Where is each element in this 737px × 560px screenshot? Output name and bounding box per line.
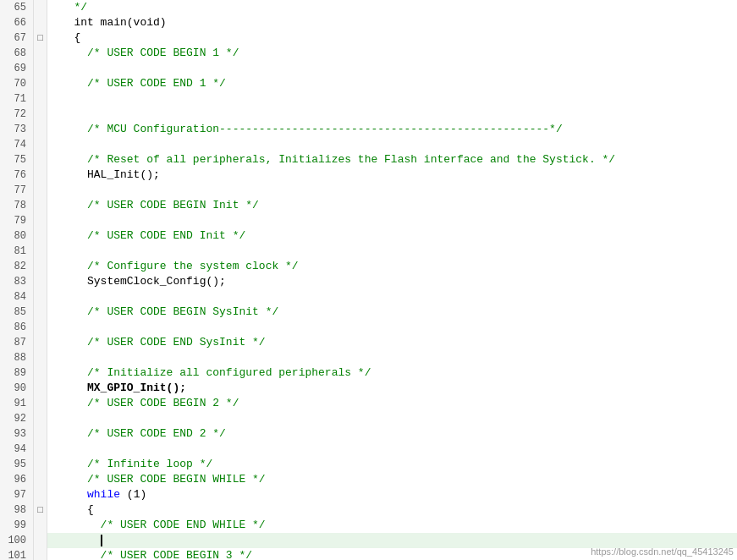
table-row: 66 int main(void) <box>0 15 737 30</box>
line-number: 85 <box>0 305 34 320</box>
line-content[interactable]: /* MCU Configuration--------------------… <box>47 122 737 137</box>
table-row: 80 /* USER CODE END Init */ <box>0 228 737 244</box>
line-gutter <box>34 198 47 213</box>
line-number: 79 <box>0 213 34 228</box>
line-content[interactable]: /* USER CODE BEGIN 2 */ <box>47 396 737 411</box>
line-gutter <box>34 320 47 335</box>
line-number: 78 <box>0 198 34 213</box>
line-content[interactable]: { <box>47 30 737 46</box>
line-number: 94 <box>0 442 34 457</box>
table-row: 75 /* Reset of all peripherals, Initiali… <box>0 152 737 167</box>
line-number: 67 <box>0 30 34 46</box>
line-content[interactable] <box>47 411 737 426</box>
line-content[interactable] <box>47 244 737 259</box>
table-row: 85 /* USER CODE BEGIN SysInit */ <box>0 305 737 320</box>
line-number: 66 <box>0 15 34 30</box>
line-number: 65 <box>0 0 34 15</box>
line-number: 71 <box>0 91 34 107</box>
table-row: 92 <box>0 411 737 426</box>
line-number: 100 <box>0 533 34 548</box>
table-row: 96 /* USER CODE BEGIN WHILE */ <box>0 472 737 487</box>
line-content[interactable] <box>47 350 737 365</box>
line-gutter <box>34 183 47 198</box>
table-row: 81 <box>0 244 737 259</box>
watermark: https://blog.csdn.net/qq_45413245 <box>591 546 734 557</box>
line-number: 75 <box>0 152 34 167</box>
line-content[interactable]: /* USER CODE BEGIN Init */ <box>47 198 737 213</box>
line-content[interactable]: /* USER CODE BEGIN SysInit */ <box>47 305 737 320</box>
line-gutter <box>34 76 47 91</box>
line-number: 86 <box>0 320 34 335</box>
line-content[interactable]: MX_GPIO_Init(); <box>47 381 737 396</box>
line-gutter <box>34 305 47 320</box>
table-row: 86 <box>0 320 737 335</box>
code-editor: 65 */66 int main(void)67□ {68 /* USER CO… <box>0 0 737 560</box>
line-gutter <box>34 442 47 457</box>
line-content[interactable] <box>47 183 737 198</box>
line-content[interactable]: /* USER CODE BEGIN WHILE */ <box>47 472 737 487</box>
table-row: 65 */ <box>0 0 737 15</box>
line-gutter <box>34 152 47 167</box>
line-content[interactable]: int main(void) <box>47 15 737 30</box>
line-number: 72 <box>0 107 34 122</box>
line-gutter: □ <box>34 502 47 518</box>
line-number: 81 <box>0 244 34 259</box>
line-content[interactable]: /* USER CODE END 1 */ <box>47 76 737 91</box>
line-content[interactable]: /* USER CODE END WHILE */ <box>47 518 737 533</box>
line-content[interactable]: SystemClock_Config(); <box>47 274 737 289</box>
line-content[interactable]: /* USER CODE END SysInit */ <box>47 335 737 350</box>
line-content[interactable] <box>47 442 737 457</box>
line-content[interactable] <box>47 107 737 122</box>
table-row: 90 MX_GPIO_Init(); <box>0 381 737 396</box>
line-number: 69 <box>0 61 34 76</box>
line-content[interactable] <box>47 91 737 107</box>
table-row: 68 /* USER CODE BEGIN 1 */ <box>0 46 737 61</box>
table-row: 99 /* USER CODE END WHILE */ <box>0 518 737 533</box>
line-content[interactable]: /* Reset of all peripherals, Initializes… <box>47 152 737 167</box>
line-number: 96 <box>0 472 34 487</box>
line-gutter <box>34 91 47 107</box>
line-content[interactable]: /* USER CODE BEGIN 1 */ <box>47 46 737 61</box>
line-number: 74 <box>0 137 34 152</box>
line-number: 70 <box>0 76 34 91</box>
table-row: 89 /* Initialize all configured peripher… <box>0 365 737 381</box>
line-gutter <box>34 167 47 183</box>
line-content[interactable]: /* Configure the system clock */ <box>47 259 737 274</box>
table-row: 79 <box>0 213 737 228</box>
line-number: 98 <box>0 502 34 518</box>
line-gutter <box>34 107 47 122</box>
table-row: 91 /* USER CODE BEGIN 2 */ <box>0 396 737 411</box>
line-content[interactable] <box>47 289 737 305</box>
line-gutter <box>34 457 47 472</box>
line-content[interactable]: */ <box>47 0 737 15</box>
line-gutter <box>34 259 47 274</box>
table-row: 98□ { <box>0 502 737 518</box>
line-gutter <box>34 274 47 289</box>
line-content[interactable] <box>47 61 737 76</box>
line-content[interactable] <box>47 213 737 228</box>
line-content[interactable]: /* USER CODE END 2 */ <box>47 426 737 442</box>
line-gutter <box>34 472 47 487</box>
line-number: 83 <box>0 274 34 289</box>
line-content[interactable]: HAL_Init(); <box>47 167 737 183</box>
line-content[interactable]: /* Initialize all configured peripherals… <box>47 365 737 381</box>
line-content[interactable] <box>47 320 737 335</box>
line-number: 76 <box>0 167 34 183</box>
table-row: 74 <box>0 137 737 152</box>
line-content[interactable] <box>47 137 737 152</box>
table-row: 70 /* USER CODE END 1 */ <box>0 76 737 91</box>
line-gutter <box>34 365 47 381</box>
line-gutter <box>34 137 47 152</box>
line-content[interactable]: { <box>47 502 737 518</box>
table-row: 95 /* Infinite loop */ <box>0 457 737 472</box>
line-gutter <box>34 396 47 411</box>
line-number: 99 <box>0 518 34 533</box>
line-number: 92 <box>0 411 34 426</box>
line-content[interactable]: /* Infinite loop */ <box>47 457 737 472</box>
line-number: 97 <box>0 487 34 502</box>
table-row: 73 /* MCU Configuration-----------------… <box>0 122 737 137</box>
line-number: 87 <box>0 335 34 350</box>
line-gutter <box>34 61 47 76</box>
line-content[interactable]: while (1) <box>47 487 737 502</box>
line-content[interactable]: /* USER CODE END Init */ <box>47 228 737 244</box>
